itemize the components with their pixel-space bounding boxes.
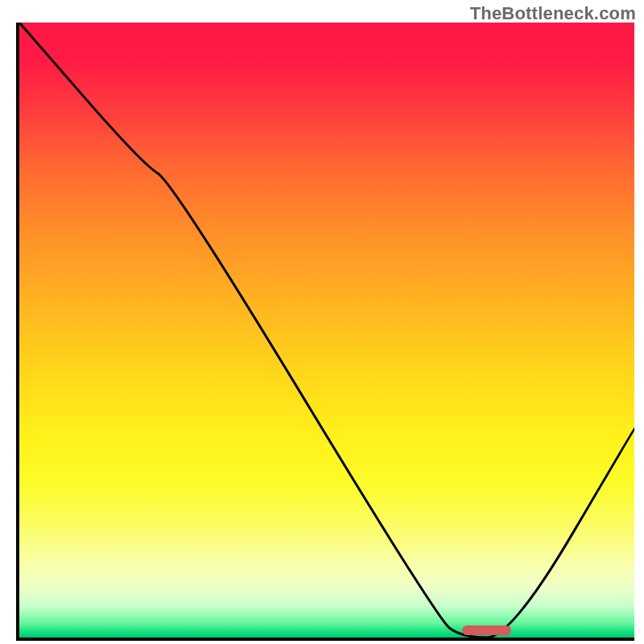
- curve-path: [19, 23, 634, 638]
- bottleneck-curve: [19, 23, 634, 638]
- watermark-text: TheBottleneck.com: [470, 3, 636, 24]
- chart-container: TheBottleneck.com: [0, 0, 644, 644]
- plot-area: [16, 23, 634, 641]
- optimal-range-marker: [462, 625, 511, 635]
